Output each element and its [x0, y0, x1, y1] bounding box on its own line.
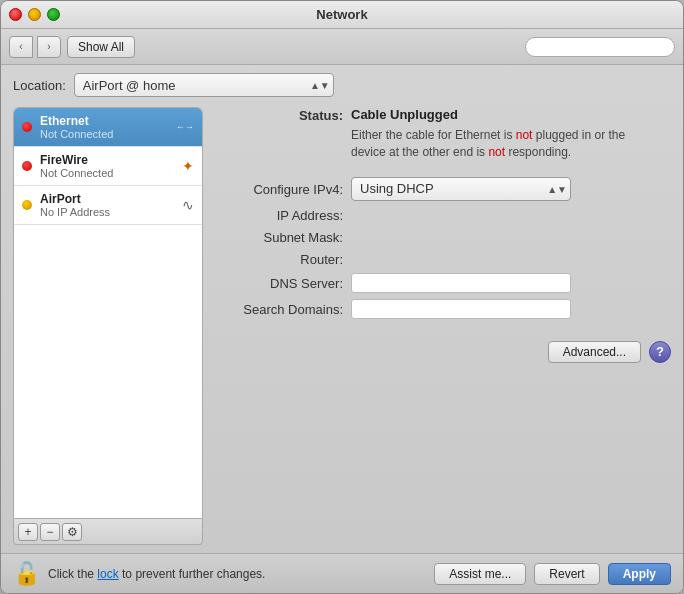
- assist-button[interactable]: Assist me...: [434, 563, 526, 585]
- ethernet-text: Ethernet Not Connected: [40, 114, 172, 140]
- ip-address-row: IP Address:: [213, 207, 671, 223]
- minimize-button[interactable]: [28, 8, 41, 21]
- search-domains-input[interactable]: [351, 299, 571, 319]
- airport-text: AirPort No IP Address: [40, 192, 178, 218]
- help-button[interactable]: ?: [649, 341, 671, 363]
- add-network-button[interactable]: +: [18, 523, 38, 541]
- status-label: Status:: [213, 107, 343, 123]
- network-toolbar: + − ⚙: [13, 519, 203, 545]
- revert-button[interactable]: Revert: [534, 563, 599, 585]
- lock-icon[interactable]: 🔓: [13, 561, 40, 587]
- show-all-button[interactable]: Show All: [67, 36, 135, 58]
- location-select-wrapper: AirPort @ home Automatic Edit Locations.…: [74, 73, 334, 97]
- advanced-button[interactable]: Advanced...: [548, 341, 641, 363]
- status-description: Either the cable for Ethernet is not plu…: [351, 127, 631, 161]
- firewire-name: FireWire: [40, 153, 178, 167]
- content-area: Ethernet Not Connected ←→ FireWire Not C…: [13, 107, 671, 545]
- right-panel: Status: Cable Unplugged Either the cable…: [213, 107, 671, 545]
- status-row: Status: Cable Unplugged: [213, 107, 671, 123]
- status-section: Status: Cable Unplugged Either the cable…: [213, 107, 671, 165]
- network-list: Ethernet Not Connected ←→ FireWire Not C…: [13, 107, 203, 519]
- location-label: Location:: [13, 78, 66, 93]
- router-label: Router:: [213, 251, 343, 267]
- dns-server-label: DNS Server:: [213, 275, 343, 291]
- firewire-text: FireWire Not Connected: [40, 153, 178, 179]
- apply-button[interactable]: Apply: [608, 563, 671, 585]
- network-item-firewire[interactable]: FireWire Not Connected ✦: [14, 147, 202, 186]
- lock-link[interactable]: lock: [97, 567, 118, 581]
- main-content: Location: AirPort @ home Automatic Edit …: [1, 65, 683, 553]
- search-domains-label: Search Domains:: [213, 301, 343, 317]
- status-value: Cable Unplugged: [351, 107, 458, 122]
- status-description-spacer: [213, 127, 343, 128]
- ethernet-status: Not Connected: [40, 128, 172, 140]
- location-select[interactable]: AirPort @ home Automatic Edit Locations.…: [74, 73, 334, 97]
- subnet-mask-label: Subnet Mask:: [213, 229, 343, 245]
- ip-address-label: IP Address:: [213, 207, 343, 223]
- status-description-row: Either the cable for Ethernet is not plu…: [213, 127, 671, 161]
- bottom-bar: 🔓 Click the lock to prevent further chan…: [1, 553, 683, 593]
- lock-text: Click the lock to prevent further change…: [48, 567, 426, 581]
- traffic-lights: [9, 8, 60, 21]
- titlebar: Network: [1, 1, 683, 29]
- location-row: Location: AirPort @ home Automatic Edit …: [13, 73, 671, 97]
- search-input[interactable]: [525, 37, 675, 57]
- configure-select[interactable]: Using DHCP Manually Using DHCP with manu…: [351, 177, 571, 201]
- network-gear-button[interactable]: ⚙: [62, 523, 82, 541]
- configure-label: Configure IPv4:: [213, 181, 343, 197]
- toolbar: ‹ › Show All: [1, 29, 683, 65]
- ethernet-icon: ←→: [176, 122, 194, 132]
- advanced-row: Advanced... ?: [213, 341, 671, 363]
- network-item-ethernet[interactable]: Ethernet Not Connected ←→: [14, 108, 202, 147]
- airport-status: No IP Address: [40, 206, 178, 218]
- network-item-airport[interactable]: AirPort No IP Address ∿: [14, 186, 202, 225]
- airport-name: AirPort: [40, 192, 178, 206]
- remove-network-button[interactable]: −: [40, 523, 60, 541]
- configure-select-wrapper: Using DHCP Manually Using DHCP with manu…: [351, 177, 571, 201]
- firewire-status-dot: [22, 161, 32, 171]
- dns-server-input[interactable]: [351, 273, 571, 293]
- network-window: Network ‹ › Show All Location: AirPort @…: [0, 0, 684, 594]
- router-row: Router:: [213, 251, 671, 267]
- forward-button[interactable]: ›: [37, 36, 61, 58]
- ethernet-name: Ethernet: [40, 114, 172, 128]
- window-title: Network: [316, 7, 367, 22]
- left-panel: Ethernet Not Connected ←→ FireWire Not C…: [13, 107, 203, 545]
- configure-row: Configure IPv4: Using DHCP Manually Usin…: [213, 177, 671, 201]
- airport-icon: ∿: [182, 197, 194, 213]
- firewire-icon: ✦: [182, 158, 194, 174]
- airport-status-dot: [22, 200, 32, 210]
- ethernet-status-dot: [22, 122, 32, 132]
- dns-server-row: DNS Server:: [213, 273, 671, 293]
- maximize-button[interactable]: [47, 8, 60, 21]
- search-domains-row: Search Domains:: [213, 299, 671, 319]
- firewire-status: Not Connected: [40, 167, 178, 179]
- close-button[interactable]: [9, 8, 22, 21]
- back-button[interactable]: ‹: [9, 36, 33, 58]
- subnet-mask-row: Subnet Mask:: [213, 229, 671, 245]
